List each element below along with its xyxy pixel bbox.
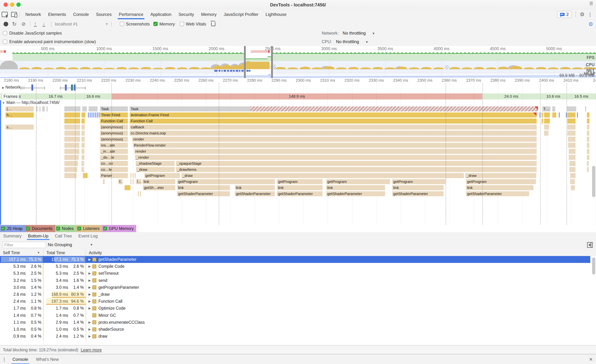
drawer-close-icon[interactable]: ✕ [589,354,593,364]
drawer-menu-icon[interactable]: ⋮ [0,354,8,364]
flame-bar--drawitems[interactable]: _drawItems [176,167,537,172]
flame-bar[interactable] [544,131,549,136]
flame-bar[interactable] [81,124,85,130]
frame-cell[interactable]: 148.9 ms [111,93,482,100]
flame-bar[interactable] [98,112,100,118]
table-row[interactable]: 3.0 ms1.4 %3.0 ms1.4 %▶getProgramParamet… [0,284,590,291]
flame-bar-getshaderparameter[interactable]: getShaderParameter [392,191,444,197]
table-row[interactable]: 2.4 ms1.1 %197.3 ms94.6 %▶Function Call [0,298,590,305]
selection-left-handle[interactable] [244,46,246,78]
flame-bar-timer-fired[interactable]: Timer Fired [100,112,128,118]
flame-bar[interactable] [132,173,134,178]
flame-bar[interactable] [544,112,550,118]
column-header-total-time[interactable]: Total Time [44,250,86,256]
flame-bar[interactable] [569,167,576,172]
grid-scrollbar-thumb[interactable] [592,257,595,275]
flame-bar-getprogram[interactable]: getProgram [392,179,446,184]
flame-bar-link[interactable]: link [142,179,175,184]
flame-bar-l-[interactable]: l… [136,179,142,184]
flame-bar[interactable] [81,155,84,160]
flame-bar-renderflow-render[interactable]: RenderFlow.render [133,143,537,148]
table-row[interactable]: 1.1 ms0.5 %2.9 ms1.4 %▶proto.enumerateCC… [0,319,590,326]
table-row[interactable]: 1.4 ms0.7 %1.4 ms0.7 %Minor GC [0,312,590,319]
flame-bar[interactable] [577,112,578,118]
expand-triangle-icon[interactable]: ▶ [89,285,92,289]
expand-triangle-icon[interactable]: ▶ [89,335,92,338]
flame-bar-getshaderparameter[interactable]: getShaderParameter [326,191,385,197]
flame-bar[interactable] [39,106,41,112]
inspect-element-button[interactable] [0,10,9,19]
flame-bar-callback[interactable]: callback [129,124,537,130]
flame-bar[interactable] [587,118,589,124]
advanced-paint-checkbox[interactable] [3,40,7,44]
expand-triangle-icon[interactable]: ▶ [89,320,92,324]
flame-bar-task[interactable]: Task [129,106,538,112]
drawer-tab-what-s-new[interactable]: What's New [32,354,63,364]
flame-bar[interactable] [569,161,576,166]
load-profile-icon[interactable]: ↑ [34,21,37,27]
close-window-button[interactable] [4,2,8,7]
device-toolbar-button[interactable] [9,10,19,19]
flame-bar-parser[interactable]: Parser [100,173,128,178]
flame-bar-task[interactable]: Task [100,106,128,112]
flame-bar[interactable] [585,106,586,112]
flame-bar[interactable] [570,179,575,184]
flame-bar[interactable] [130,179,132,184]
flame-bar-h-[interactable]: h… [5,112,34,118]
flame-bar[interactable] [568,137,576,142]
flame-bar--render[interactable]: _render [135,155,537,160]
flame-bar[interactable] [567,131,576,136]
legend-item-nodes[interactable]: ✓Nodes [55,225,76,232]
flame-bar[interactable] [95,112,96,118]
flame-bar--draw[interactable]: _draw [181,173,464,178]
flame-bar[interactable] [552,112,556,118]
detail-tab-bottom-up[interactable]: Bottom-Up [25,232,52,240]
table-row[interactable]: 5.3 ms2.6 %5.3 ms2.6 %▶Compile Code [0,263,590,270]
flame-bar--shadowstage[interactable]: _shadowStage [135,161,175,166]
settings-gear-icon[interactable]: ⚙ [580,12,585,17]
flame-bar[interactable] [81,137,85,142]
more-options-icon[interactable]: ⋮ [588,12,592,17]
flame-bar--anonymous-[interactable]: (anonymous) [100,131,128,136]
profile-select[interactable]: localhost #1 ▼ [55,19,108,29]
clear-recordings-icon[interactable]: ⊘ [21,19,25,29]
legend-item-js-heap[interactable]: ✓JS Heap [0,225,25,232]
flame-bar-cc-director-mainloop[interactable]: cc.Director.mainLoop [129,131,537,136]
flame-bar[interactable] [130,173,132,178]
tab-network[interactable]: Network [22,10,45,19]
reload-and-record-icon[interactable]: ↻ [12,19,17,29]
timeline-overview[interactable]: FPS CPU NET HEAP 69.9 MB – 80.5 MB 500 m… [0,46,596,79]
flame-bar-getprogram[interactable]: getProgram [177,179,275,184]
table-row[interactable]: 0.9 ms0.4 %2.4 ms1.2 %▶draw [0,333,590,340]
flame-bar[interactable] [587,149,589,154]
flame-chart[interactable]: (…TaskTaskT…h…Timer FiredAnimation Frame… [0,106,596,225]
flame-bar[interactable] [81,149,84,154]
flame-bar[interactable] [81,112,86,118]
flame-bar-co-le[interactable]: co…le [100,167,128,172]
flame-bar-getshaderparameter[interactable]: getShaderParameter [466,191,529,197]
flame-bar-function-call[interactable]: Function Call [129,118,537,124]
table-row[interactable]: 5.3 ms2.5 %5.3 ms2.5 %▶setTimeout [0,270,590,277]
flame-bar[interactable] [140,191,141,197]
flame-bar[interactable] [541,118,543,124]
flame-bar[interactable] [539,112,541,118]
tab-sources[interactable]: Sources [92,10,115,19]
network-request-bar[interactable] [31,85,33,91]
frame-cell[interactable]: 24.0 ms [482,93,540,100]
flame-bar[interactable] [544,118,550,124]
show-heaviest-stack-icon[interactable] [587,242,593,248]
tab-javascript-profiler[interactable]: JavaScript Profiler [220,10,262,19]
flame-bar[interactable] [81,118,85,124]
expand-triangle-icon[interactable]: ▶ [89,279,92,282]
expand-triangle-icon[interactable]: ▶ [89,299,92,303]
legend-item-gpu-memory[interactable]: ✓GPU Memory [102,225,136,232]
detail-tab-summary[interactable]: Summary [0,232,25,240]
frame-cell[interactable]: 16.6 ms [75,93,111,100]
minimize-window-button[interactable] [10,2,14,7]
legend-item-documents[interactable]: ✓Documents [25,225,55,232]
network-throttling-select[interactable]: Network: No throttling ▼ [322,29,375,38]
flame-bar[interactable] [46,106,48,112]
flame-bar-co-on[interactable]: co…on [100,161,128,166]
flame-bar-getsh-eter[interactable]: getSh…eter [143,185,175,190]
flame-bar[interactable] [571,185,575,190]
